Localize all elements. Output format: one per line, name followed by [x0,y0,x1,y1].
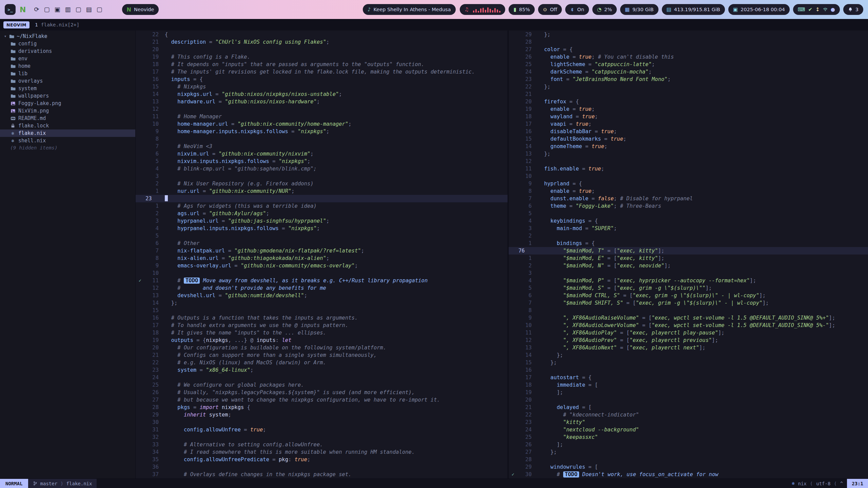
code-line[interactable]: ✓30 # TODO Doesn't work, use focus_on_ac… [509,471,868,478]
code-line[interactable]: 7 dunst.enable = false; # Disable for hy… [509,195,868,202]
tree-item-flake.lock[interactable]: flake.lock [0,122,135,129]
code-line[interactable]: 22 # "kdeconnect-indicator" [509,411,868,419]
editor-pane-left[interactable]: 22{21 description = "ChUrl's NixOS confi… [136,30,508,479]
code-line[interactable]: 18 # It depends on "inputs" that are pas… [136,61,508,68]
code-line[interactable]: 17 vaapi = true; [509,120,868,128]
code-line[interactable]: 13 devshell.url = "github:numtide/devshe… [136,292,508,299]
code-line[interactable]: 23 "kitty" [509,419,868,426]
code-line[interactable]: 1 nur.url = "github:nix-community/NUR"; [136,187,508,195]
tree-item-NixVim.png[interactable]: NixVim.png [0,107,135,115]
code-line[interactable]: 4 "$mainMod, P" = ["exec, hyprpicker --a… [509,277,868,284]
code-line[interactable]: 10 [136,269,508,277]
code-line[interactable]: 21 [509,90,868,98]
code-line[interactable]: 20 [136,46,508,53]
code-line[interactable]: 14 }; [136,299,508,307]
code-line[interactable]: 25 "keepassxc" [509,433,868,441]
code-line[interactable]: 76 "$mainMod, T" = ["exec, kitty"]; [509,247,868,255]
refresh-icon[interactable]: ⟳ [34,6,39,13]
code-line[interactable]: 3 hyprpanel.url = "github:jas-singhfsu/h… [136,217,508,225]
wifi-icon[interactable] [823,7,828,12]
code-line[interactable]: 18 wayland = true; [509,113,868,120]
code-line[interactable]: 16 # Outputs is a function that takes th… [136,314,508,322]
neovim-workspace-icon[interactable]: N [20,5,26,14]
code-line[interactable]: 5 [509,210,868,217]
code-line[interactable]: 6 nixvim.url = "github:nix-community/nix… [136,150,508,158]
code-line[interactable]: 11 ", XF86AudioPlay" = ["exec, playerctl… [509,329,868,337]
code-line[interactable]: 15 [136,307,508,314]
code-line[interactable]: 19 outputs = {nixpkgs, ...} @ inputs: le… [136,337,508,344]
code-line[interactable]: 17 # To handle extra arguments we use th… [136,322,508,329]
code-line[interactable]: 7 nix-flatpak.url = "github:gmodena/nix-… [136,247,508,255]
code-line[interactable]: 8 [136,135,508,143]
code-line[interactable]: 13 hardware.url = "github:nixos/nixos-ha… [136,98,508,105]
editor-pane-right[interactable]: 29 };2827 color = {26 enable = true; # Y… [509,30,868,479]
code-line[interactable]: 28 pkgs = import nixpkgs { [136,404,508,411]
code-line[interactable]: 12 [509,158,868,165]
code-line[interactable]: 15 }; [509,359,868,366]
code-line[interactable]: 17 autostart = { [509,374,868,381]
tree-item-Foggy-Lake.png[interactable]: Foggy-Lake.png [0,100,135,107]
code-line[interactable]: 22 }; [509,83,868,90]
code-line[interactable]: 26 ]; [509,441,868,448]
code-line[interactable]: 3 [509,269,868,277]
code-line[interactable]: 24 darkScheme = "catppuccin-mocha"; [509,68,868,76]
code-line[interactable]: 10 ", XF86AudioLowerVolume" = ["exec, wp… [509,322,868,329]
tree-root[interactable]: ▾ ~/NixFlake [0,33,135,40]
monitor-icon[interactable]: ▥ [65,6,71,13]
disk-pill[interactable]: ▤413.19/915.81 GiB [662,4,725,15]
code-line[interactable]: 12 # and doesn't provide any benefits fo… [136,284,508,292]
code-line[interactable]: 10 home-manager.url = "github:nix-commun… [136,120,508,128]
code-line[interactable]: 19 # This config is a Flake. [136,53,508,61]
code-line[interactable]: 2 [509,232,868,240]
code-line[interactable]: 28 [509,456,868,463]
code-line[interactable]: 36 [136,463,508,471]
code-line[interactable]: 18 immediate = [ [509,381,868,389]
cpu-pill[interactable]: ◔2% [592,4,617,15]
battery-pill[interactable]: ▮85% [509,4,535,15]
code-line[interactable]: 10 [509,172,868,180]
code-line[interactable]: 9 hyprland = { [509,180,868,187]
code-line[interactable]: 21 delayed = [ [509,404,868,411]
code-line[interactable]: 15 defaultBookmarks = true; [509,135,868,143]
code-line[interactable]: 28 [509,38,868,46]
keyboard-icon[interactable]: ⌨ [798,7,805,12]
code-line[interactable]: 3 [136,172,508,180]
buffer-tab[interactable]: 1 flake.nix[2+] [35,22,79,27]
code-line[interactable]: 27 color = { [509,46,868,53]
tree-item-overlays[interactable]: overlays [0,77,135,85]
code-line[interactable]: 20 firefox = { [509,98,868,105]
clock-pill[interactable]: ▣2025-06-18 00:04 [728,4,790,15]
code-line[interactable]: 16 [509,366,868,374]
tree-item-config[interactable]: config [0,40,135,47]
code-line[interactable]: 32 [136,433,508,441]
code-line[interactable]: 29 inherit system; [136,411,508,419]
code-line[interactable]: 23 font = "JetBrainsMono Nerd Font Mono"… [509,76,868,83]
code-line[interactable]: 9 emacs-overlay.url = "github:nix-commun… [136,262,508,269]
code-line[interactable]: 23 [136,195,508,202]
notifications-pill[interactable]: 3 [843,4,863,15]
code-line[interactable]: 3 main-mod = "SUPER"; [509,225,868,232]
tree-item-system[interactable]: system [0,85,135,92]
code-line[interactable]: 21 description = "ChUrl's NixOS config u… [136,38,508,46]
code-line[interactable]: 27 # but because we want to change the n… [136,396,508,404]
tree-item-env[interactable]: env [0,55,135,62]
code-line[interactable]: 37 # Overlays define changes in the nixp… [136,471,508,478]
code-line[interactable]: 34 # I read somewhere that this is more … [136,448,508,456]
dot-icon[interactable]: ● [831,7,835,12]
tree-item-flake.nix[interactable]: ❄flake.nix [0,129,135,137]
code-line[interactable]: 14 gnomeTheme = true; [509,143,868,150]
code-line[interactable]: 5 [136,232,508,240]
code-line[interactable]: 19 enable = true; [509,105,868,113]
code-line[interactable]: 12 [136,105,508,113]
window-icon[interactable]: ▢ [76,6,81,13]
code-line[interactable]: 25 # We configure our global packages he… [136,381,508,389]
code-line[interactable]: 17 # The inputs' git revisions get locke… [136,68,508,76]
code-line[interactable]: 1 "$mainMod, E" = ["exec, kitty"]; [509,255,868,262]
code-line[interactable]: 7 # NeoVim <3 [136,143,508,150]
code-line[interactable]: 33 # Alternative to setting config.allow… [136,441,508,448]
rows-icon[interactable]: ▤ [86,6,92,13]
code-line[interactable]: 14 }; [509,351,868,359]
code-line[interactable]: 7 "$mainMod SHIFT, S" = ["exec, grim -g … [509,299,868,307]
code-line[interactable]: 16 disableTabBar = true; [509,128,868,135]
memory-pill[interactable]: ▦9/30 GiB [620,4,658,15]
